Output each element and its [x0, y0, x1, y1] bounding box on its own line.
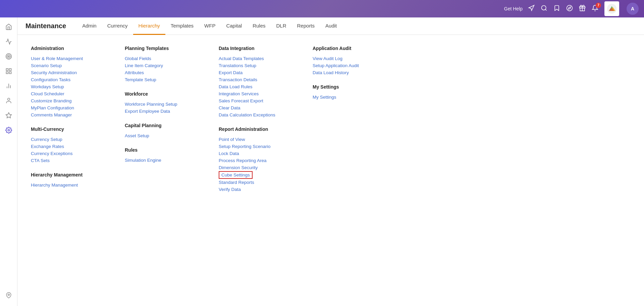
announcements-icon[interactable]: [528, 5, 535, 13]
sidebar-item-chart[interactable]: [2, 79, 15, 93]
link-my-settings[interactable]: My Settings: [313, 94, 380, 101]
gift-icon[interactable]: [579, 5, 586, 13]
tab-rules[interactable]: Rules: [247, 17, 271, 35]
column-data: Data Integration Actual Data Templates T…: [219, 46, 286, 193]
svg-point-1: [567, 5, 573, 11]
link-scenario-setup[interactable]: Scenario Setup: [31, 62, 98, 69]
topbar-icons: 7 A: [528, 1, 639, 16]
search-icon[interactable]: [541, 5, 547, 13]
link-workforce-planning-setup[interactable]: Workforce Planning Setup: [125, 101, 192, 108]
link-currency-setup[interactable]: Currency Setup: [31, 136, 98, 143]
link-clear-data[interactable]: Clear Data: [219, 104, 286, 111]
svg-point-7: [8, 56, 9, 57]
link-lock-data[interactable]: Lock Data: [219, 150, 286, 157]
link-comments-manager[interactable]: Comments Manager: [31, 111, 98, 118]
link-standard-reports[interactable]: Standard Reports: [219, 179, 286, 186]
svg-rect-9: [9, 69, 11, 71]
get-help-button[interactable]: Get Help: [504, 6, 523, 11]
section-title-hierarchy-management: Hierarchy Management: [31, 172, 98, 177]
compass-icon[interactable]: [566, 5, 573, 13]
svg-rect-8: [6, 69, 8, 71]
link-verify-data[interactable]: Verify Data: [219, 186, 286, 193]
link-currency-exceptions[interactable]: Currency Exceptions: [31, 150, 98, 157]
link-sales-forecast-export[interactable]: Sales Forecast Export: [219, 97, 286, 104]
user-avatar[interactable]: A: [627, 3, 639, 15]
link-setup-application-audit[interactable]: Setup Application Audit: [313, 62, 380, 69]
link-line-item-category[interactable]: Line Item Category: [125, 62, 192, 69]
page-title: Maintenance: [25, 22, 66, 30]
sidebar-item-star[interactable]: [2, 109, 15, 122]
link-hierarchy-management[interactable]: Hierarchy Management: [31, 182, 98, 189]
link-actual-data-templates[interactable]: Actual Data Templates: [219, 55, 286, 62]
sidebar-item-person[interactable]: [2, 94, 15, 107]
tab-wfp[interactable]: WFP: [199, 17, 221, 35]
link-attributes[interactable]: Attributes: [125, 69, 192, 76]
link-integration-services[interactable]: Integration Services: [219, 90, 286, 97]
sidebar: [0, 17, 17, 306]
link-customize-branding[interactable]: Customize Branding: [31, 97, 98, 104]
section-title-data-integration: Data Integration: [219, 46, 286, 51]
link-setup-reporting-scenario[interactable]: Setup Reporting Scenario: [219, 143, 286, 150]
link-global-fields[interactable]: Global Fields: [125, 55, 192, 62]
tab-capital[interactable]: Capital: [221, 17, 247, 35]
sidebar-item-target[interactable]: [2, 50, 15, 63]
link-cube-settings[interactable]: Cube Settings: [219, 171, 253, 179]
sidebar-item-grid[interactable]: [2, 64, 15, 78]
tab-audit[interactable]: Audit: [320, 17, 342, 35]
link-cloud-scheduler[interactable]: Cloud Scheduler: [31, 90, 98, 97]
tab-reports[interactable]: Reports: [292, 17, 320, 35]
tab-currency[interactable]: Currency: [102, 17, 133, 35]
link-security-administration[interactable]: Security Administration: [31, 69, 98, 76]
section-title-workforce: Workforce: [125, 91, 192, 97]
notifications-icon[interactable]: 7: [592, 5, 598, 13]
bookmark-icon[interactable]: [553, 5, 560, 13]
topbar: Get Help 7: [0, 0, 644, 17]
link-export-employee-data[interactable]: Export Employee Data: [125, 108, 192, 115]
link-dimension-security[interactable]: Dimension Security: [219, 164, 286, 171]
link-data-load-rules[interactable]: Data Load Rules: [219, 83, 286, 90]
link-point-of-view[interactable]: Point of View: [219, 136, 286, 143]
link-cta-sets[interactable]: CTA Sets: [31, 157, 98, 164]
link-process-reporting-area[interactable]: Process Reporting Area: [219, 157, 286, 164]
sidebar-item-pin[interactable]: [2, 289, 15, 302]
svg-rect-11: [6, 72, 8, 74]
main-layout: Maintenance Admin Currency Hierarchy Tem…: [0, 17, 644, 306]
sidebar-item-activity[interactable]: [2, 35, 15, 48]
link-export-data[interactable]: Export Data: [219, 69, 286, 76]
tab-admin[interactable]: Admin: [77, 17, 102, 35]
link-data-load-history[interactable]: Data Load History: [313, 69, 380, 76]
content-area: Maintenance Admin Currency Hierarchy Tem…: [17, 17, 644, 306]
link-transaction-details[interactable]: Transaction Details: [219, 76, 286, 83]
tab-hierarchy[interactable]: Hierarchy: [133, 17, 165, 35]
sidebar-item-settings[interactable]: [2, 123, 15, 137]
section-title-my-settings: My Settings: [313, 84, 380, 90]
link-configuration-tasks[interactable]: Configuration Tasks: [31, 76, 98, 83]
link-data-calculation-exceptions[interactable]: Data Calculation Exceptions: [219, 111, 286, 118]
column-administration: Administration User & Role Management Sc…: [31, 46, 98, 193]
tab-dlr[interactable]: DLR: [271, 17, 292, 35]
section-title-multi-currency: Multi-Currency: [31, 126, 98, 132]
link-simulation-engine[interactable]: Simulation Engine: [125, 157, 192, 164]
tab-templates[interactable]: Templates: [165, 17, 199, 35]
column-planning: Planning Templates Global Fields Line It…: [125, 46, 192, 193]
link-exchange-rates[interactable]: Exchange Rates: [31, 143, 98, 150]
svg-point-0: [542, 5, 546, 10]
link-view-audit-log[interactable]: View Audit Log: [313, 55, 380, 62]
nav-bar: Maintenance Admin Currency Hierarchy Tem…: [17, 17, 644, 35]
sidebar-item-home[interactable]: [2, 20, 15, 34]
svg-marker-2: [568, 7, 571, 9]
link-myplan-configuration[interactable]: MyPlan Configuration: [31, 104, 98, 111]
link-user-role-management[interactable]: User & Role Management: [31, 55, 98, 62]
link-asset-setup[interactable]: Asset Setup: [125, 132, 192, 139]
app-logo: [604, 1, 619, 16]
link-translations-setup[interactable]: Translations Setup: [219, 62, 286, 69]
section-title-planning-templates: Planning Templates: [125, 46, 192, 51]
svg-point-18: [8, 294, 9, 296]
section-title-report-administration: Report Administration: [219, 126, 286, 132]
svg-point-6: [7, 55, 10, 58]
sidebar-bottom: [2, 289, 15, 306]
menu-content: Administration User & Role Management Sc…: [17, 35, 644, 204]
link-workdays-setup[interactable]: Workdays Setup: [31, 83, 98, 90]
link-template-setup[interactable]: Template Setup: [125, 76, 192, 83]
svg-rect-10: [9, 72, 11, 74]
